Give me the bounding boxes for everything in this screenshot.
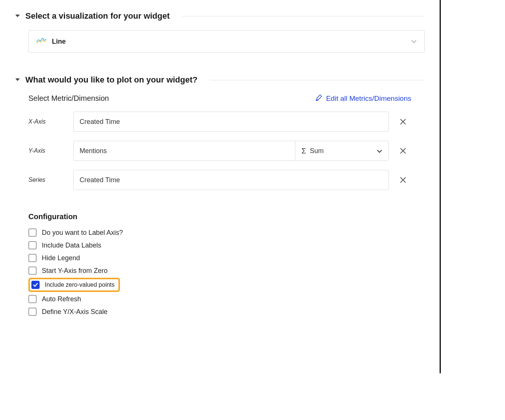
visualization-selected-label: Line	[52, 38, 66, 46]
config-option-label: Include zero-valued points	[45, 281, 115, 288]
chevron-down-icon	[377, 147, 382, 155]
y-axis-label: Y-Axis	[28, 147, 73, 154]
plot-section-title: What would you like to plot on your widg…	[25, 75, 198, 85]
x-axis-remove-button[interactable]	[395, 118, 411, 125]
series-remove-button[interactable]	[395, 176, 411, 184]
x-axis-row: X-Axis Created Time	[28, 112, 411, 132]
x-axis-label: X-Axis	[28, 118, 73, 125]
checkbox[interactable]	[28, 241, 37, 249]
line-chart-icon	[36, 37, 47, 46]
sigma-icon: Σ	[301, 147, 306, 155]
configuration-title: Configuration	[28, 212, 411, 221]
y-axis-value: Mentions	[80, 147, 107, 155]
config-option-label: Auto Refresh	[42, 295, 81, 303]
config-option[interactable]: Include Data Labels	[28, 239, 411, 252]
series-input[interactable]: Created Time	[73, 170, 389, 190]
chevron-down-icon	[411, 38, 417, 45]
checkbox[interactable]	[28, 254, 37, 262]
configuration-section: Configuration Do you want to Label Axis?…	[28, 212, 411, 318]
visualization-section-title: Select a visualization for your widget	[25, 11, 170, 21]
config-option[interactable]: Do you want to Label Axis?	[28, 226, 411, 239]
visualization-select[interactable]: Line	[28, 30, 425, 53]
y-axis-aggregation-select[interactable]: Σ Sum	[295, 141, 388, 161]
x-axis-input[interactable]: Created Time	[73, 112, 389, 132]
edit-metrics-label: Edit all Metrics/Dimensions	[326, 94, 411, 103]
y-axis-aggregation-value: Sum	[310, 147, 323, 155]
edit-metrics-link[interactable]: Edit all Metrics/Dimensions	[316, 94, 411, 103]
highlighted-option: Include zero-valued points	[28, 278, 120, 292]
series-value: Created Time	[80, 176, 120, 184]
divider	[182, 16, 425, 16]
config-option[interactable]: Hide Legend	[28, 252, 411, 264]
series-label: Series	[28, 177, 73, 183]
close-icon	[399, 118, 407, 125]
y-axis-row: Y-Axis Mentions Σ Sum	[28, 141, 411, 161]
plot-section-header[interactable]: What would you like to plot on your widg…	[15, 75, 425, 85]
y-axis-remove-button[interactable]	[395, 147, 411, 155]
y-axis-input[interactable]: Mentions	[74, 141, 295, 161]
checkbox[interactable]	[31, 281, 40, 289]
close-icon	[399, 147, 407, 155]
config-option-label: Do you want to Label Axis?	[42, 229, 123, 237]
collapse-icon	[15, 77, 20, 83]
y-axis-input-group: Mentions Σ Sum	[73, 141, 389, 161]
series-row: Series Created Time	[28, 170, 411, 190]
config-option-label: Include Data Labels	[42, 242, 101, 249]
checkbox[interactable]	[28, 228, 37, 237]
collapse-icon	[15, 13, 20, 19]
metric-dimension-label: Select Metric/Dimension	[28, 94, 109, 103]
x-axis-value: Created Time	[80, 118, 120, 126]
config-option-label: Hide Legend	[42, 254, 80, 262]
checkbox[interactable]	[28, 308, 37, 316]
config-option[interactable]: Auto Refresh	[28, 293, 411, 305]
config-option-label: Start Y-Axis from Zero	[42, 267, 108, 275]
config-option[interactable]: Define Y/X-Axis Scale	[28, 305, 411, 318]
checkbox[interactable]	[28, 295, 37, 303]
close-icon	[399, 176, 407, 184]
divider	[210, 80, 425, 80]
pencil-icon	[316, 94, 322, 103]
config-option-label: Define Y/X-Axis Scale	[42, 308, 108, 316]
visualization-section-header[interactable]: Select a visualization for your widget	[15, 11, 425, 21]
checkbox[interactable]	[28, 267, 37, 275]
config-option[interactable]: Start Y-Axis from Zero	[28, 264, 411, 277]
